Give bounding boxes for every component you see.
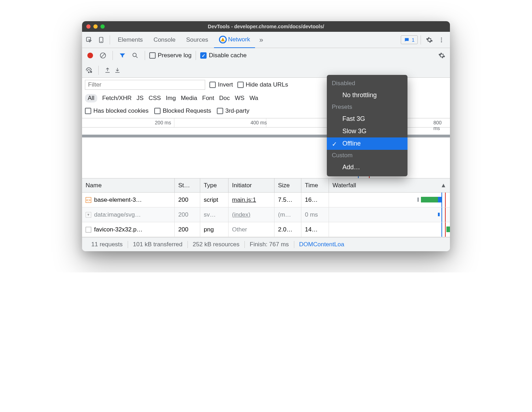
network-conditions-icon[interactable] — [85, 66, 93, 74]
type-filter-js[interactable]: JS — [137, 95, 144, 102]
throttling-option-add[interactable]: Add… — [327, 161, 407, 173]
status-transferred: 101 kB transferred — [128, 241, 188, 248]
settings-icon[interactable] — [424, 34, 435, 46]
clear-button[interactable] — [98, 50, 108, 61]
col-name[interactable]: Name — [82, 178, 175, 192]
tab-network[interactable]: Network — [214, 32, 255, 48]
cell-initiator[interactable]: main.js:1 — [232, 196, 256, 204]
dd-section-custom: Custom — [327, 150, 407, 161]
minimize-window-button[interactable] — [93, 24, 98, 29]
tab-elements[interactable]: Elements — [113, 32, 148, 48]
status-finish: Finish: 767 ms — [245, 241, 294, 248]
warning-badge-icon — [219, 36, 227, 43]
status-resources: 252 kB resources — [188, 241, 245, 248]
col-initiator[interactable]: Initiator — [229, 178, 274, 192]
cell-name: data:image/svg… — [94, 211, 141, 218]
issues-button[interactable]: 1 — [401, 35, 418, 44]
svg-point-4 — [222, 40, 223, 41]
tab-console[interactable]: Console — [149, 32, 180, 48]
more-options-icon[interactable] — [436, 34, 447, 46]
import-har-icon[interactable] — [104, 67, 111, 73]
divider — [196, 51, 196, 60]
cell-type: sv… — [200, 207, 229, 222]
cell-type: script — [200, 193, 229, 207]
image-file-icon: ▾ — [86, 212, 91, 218]
throttling-option-no-throttling[interactable]: No throttling — [327, 89, 407, 101]
cell-size: 7.5… — [274, 193, 301, 207]
svg-point-12 — [88, 72, 89, 73]
close-window-button[interactable] — [86, 24, 91, 29]
invert-label: Invert — [218, 81, 233, 88]
type-filter-font[interactable]: Font — [202, 95, 214, 102]
type-filter-media[interactable]: Media — [181, 95, 197, 102]
cell-status: 200 — [175, 193, 200, 207]
cell-time: 16… — [301, 193, 329, 207]
col-type[interactable]: Type — [200, 178, 229, 192]
status-requests: 11 requests — [86, 241, 128, 248]
network-settings-icon[interactable] — [436, 50, 447, 61]
device-toolbar-icon[interactable] — [96, 34, 107, 46]
cell-size: 2.0… — [274, 222, 301, 237]
sort-indicator-icon: ▲ — [440, 182, 446, 189]
preserve-log-checkbox[interactable]: Preserve log — [149, 52, 191, 59]
table-row[interactable]: favicon-32x32.p… 200 png Other 2.0… 14… — [82, 222, 450, 237]
more-tabs-button[interactable]: » — [256, 36, 267, 44]
status-bar: 11 requests 101 kB transferred 252 kB re… — [82, 237, 450, 251]
type-filter-wasm[interactable]: Wa — [249, 95, 258, 102]
invert-checkbox[interactable]: Invert — [209, 81, 233, 88]
type-filter-fetchxhr[interactable]: Fetch/XHR — [102, 95, 132, 102]
tab-sources[interactable]: Sources — [181, 32, 213, 48]
divider — [98, 66, 99, 75]
search-icon[interactable] — [130, 50, 140, 61]
cell-time: 14… — [301, 222, 329, 237]
svg-point-6 — [441, 39, 442, 40]
status-dcl: DOMContentLoa — [294, 241, 349, 248]
blocked-cookies-checkbox[interactable]: Has blocked cookies — [85, 107, 149, 114]
request-table-body: <> base-element-3… 200 script main.js:1 … — [82, 193, 450, 237]
hide-data-urls-label: Hide data URLs — [246, 81, 288, 88]
dd-section-presets: Presets — [327, 101, 407, 113]
inspect-element-icon[interactable] — [83, 34, 95, 46]
cell-name: favicon-32x32.p… — [94, 226, 143, 233]
divider — [421, 35, 421, 45]
cell-initiator: Other — [229, 222, 274, 237]
issues-count: 1 — [412, 37, 415, 43]
col-size[interactable]: Size — [274, 178, 301, 192]
third-party-checkbox[interactable]: 3rd-party — [217, 107, 249, 114]
cell-initiator[interactable]: (index) — [232, 211, 250, 218]
blocked-requests-label: Blocked Requests — [163, 107, 211, 114]
table-row[interactable]: ▾ data:image/svg… 200 sv… (index) (m… 0 … — [82, 207, 450, 222]
svg-point-7 — [441, 41, 442, 42]
cell-type: png — [200, 222, 229, 237]
record-button[interactable] — [85, 50, 96, 61]
maximize-window-button[interactable] — [100, 24, 105, 29]
throttling-option-fast3g[interactable]: Fast 3G — [327, 113, 407, 125]
svg-point-10 — [133, 53, 136, 57]
divider — [145, 51, 145, 60]
col-status[interactable]: St… — [175, 178, 200, 192]
disable-cache-label: Disable cache — [209, 52, 247, 59]
tick-label: 800 ms — [433, 120, 444, 131]
export-har-icon[interactable] — [114, 67, 121, 73]
throttling-option-offline[interactable]: ✓ Offline — [327, 137, 407, 150]
table-row[interactable]: <> base-element-3… 200 script main.js:1 … — [82, 193, 450, 207]
third-party-label: 3rd-party — [225, 107, 249, 114]
panel-tabs: Elements Console Sources Network » 1 — [82, 32, 450, 48]
blocked-requests-checkbox[interactable]: Blocked Requests — [154, 107, 211, 114]
checkmark-icon: ✓ — [332, 140, 337, 148]
filter-toggle-icon[interactable] — [117, 50, 128, 61]
svg-line-9 — [101, 54, 105, 57]
type-filter-ws[interactable]: WS — [235, 95, 244, 102]
tab-network-label: Network — [228, 36, 250, 43]
disable-cache-checkbox[interactable]: ✓ Disable cache — [200, 52, 247, 59]
type-filter-all[interactable]: All — [85, 94, 97, 102]
type-filter-css[interactable]: CSS — [149, 95, 161, 102]
type-filter-doc[interactable]: Doc — [219, 95, 230, 102]
filter-input[interactable] — [85, 80, 205, 90]
tick-label: 200 ms — [155, 120, 171, 125]
col-waterfall[interactable]: Waterfall ▲ — [329, 178, 450, 192]
col-time[interactable]: Time — [301, 178, 329, 192]
hide-data-urls-checkbox[interactable]: Hide data URLs — [237, 81, 288, 88]
throttling-option-slow3g[interactable]: Slow 3G — [327, 125, 407, 137]
type-filter-img[interactable]: Img — [166, 95, 176, 102]
